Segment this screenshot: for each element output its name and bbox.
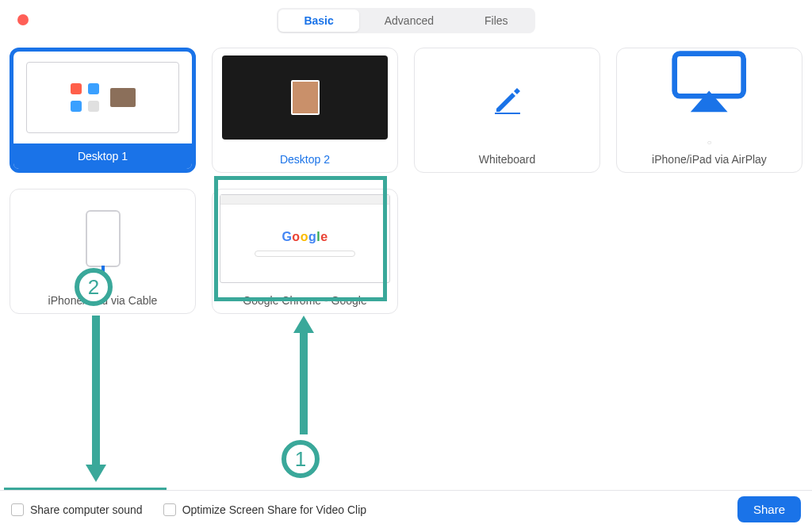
- chrome-window-preview: Google: [213, 189, 397, 288]
- tab-bar: Basic Advanced Files: [0, 0, 812, 33]
- checkbox-optimize-video[interactable]: Optimize Screen Share for Video Clip: [163, 503, 366, 516]
- share-sources-grid: Desktop 1 Desktop 2 Whiteboard ○ iPhone/…: [0, 33, 812, 314]
- checkbox-label: Optimize Screen Share for Video Clip: [182, 503, 366, 516]
- source-label: Desktop 2: [213, 147, 397, 172]
- source-desktop-1[interactable]: Desktop 1: [10, 48, 196, 173]
- source-label: Google Chrome - Google: [213, 288, 397, 313]
- desktop-2-preview: [213, 48, 397, 147]
- phone-cable-icon: [10, 189, 195, 288]
- annotation-arrow-up-icon: [293, 316, 314, 434]
- tab-files[interactable]: Files: [459, 10, 534, 32]
- source-label: Whiteboard: [415, 147, 599, 172]
- airplay-icon: ○: [617, 48, 802, 147]
- source-iphone-airplay[interactable]: ○ iPhone/iPad via AirPlay: [616, 48, 802, 173]
- source-iphone-cable[interactable]: iPhone/iPad via Cable: [10, 189, 196, 314]
- source-label: Desktop 1: [13, 143, 192, 169]
- source-desktop-2[interactable]: Desktop 2: [212, 48, 398, 173]
- checkbox-label: Share computer sound: [30, 503, 143, 516]
- annotation-step-1-badge: 1: [282, 440, 320, 478]
- window-close-button[interactable]: [17, 14, 29, 25]
- source-chrome-google[interactable]: Google Google Chrome - Google: [212, 189, 398, 314]
- svg-rect-0: [495, 113, 520, 114]
- source-label: iPhone/iPad via AirPlay: [617, 147, 802, 172]
- google-logo-icon: Google: [282, 230, 327, 244]
- annotation-arrow-down-icon: [86, 316, 106, 482]
- checkbox-icon: [163, 503, 176, 516]
- source-label: iPhone/iPad via Cable: [10, 288, 195, 313]
- checkbox-icon: [11, 503, 24, 516]
- footer-bar: Share computer sound Optimize Screen Sha…: [0, 490, 812, 528]
- tab-advanced[interactable]: Advanced: [359, 10, 459, 32]
- checkbox-share-sound[interactable]: Share computer sound: [11, 503, 143, 516]
- share-button[interactable]: Share: [737, 496, 801, 522]
- tab-basic[interactable]: Basic: [278, 10, 358, 32]
- svg-rect-1: [675, 54, 744, 97]
- pencil-icon: [415, 48, 599, 147]
- desktop-1-preview: [13, 52, 192, 143]
- source-whiteboard[interactable]: Whiteboard: [414, 48, 600, 173]
